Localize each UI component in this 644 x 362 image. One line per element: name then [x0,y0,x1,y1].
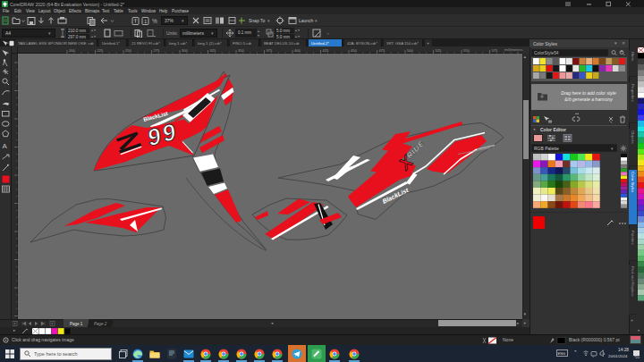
svg-text:550: 550 [463,48,470,53]
svg-text:325: 325 [210,48,216,53]
svg-text:575: 575 [492,48,498,53]
svg-text:450: 450 [351,48,357,53]
svg-text:425: 425 [323,48,329,53]
svg-text:200: 200 [69,48,75,53]
svg-text:475: 475 [379,48,386,53]
svg-text:%: % [152,18,157,24]
svg-text:1: 1 [144,19,148,24]
svg-text:225: 225 [97,48,104,53]
svg-text:350: 350 [238,48,244,53]
svg-text:375: 375 [267,48,273,53]
svg-text:A: A [3,142,8,150]
svg-text:275: 275 [154,48,160,53]
svg-text:500: 500 [407,48,413,53]
svg-text:400: 400 [294,48,301,53]
svg-text:525: 525 [436,48,442,53]
svg-text:250: 250 [125,48,131,53]
svg-text:20: 20 [636,355,640,358]
svg-text:300: 300 [182,48,188,53]
